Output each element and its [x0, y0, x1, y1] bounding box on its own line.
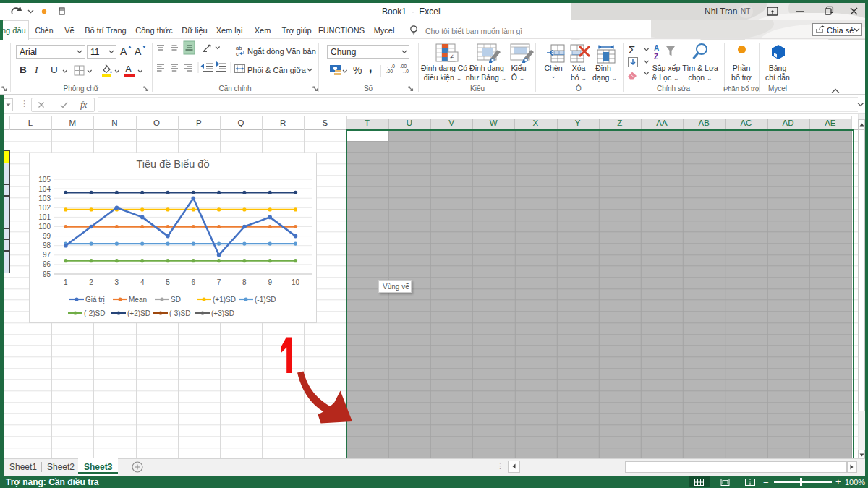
svg-text:97: 97 [43, 251, 51, 259]
svg-text:Mean: Mean [129, 296, 147, 304]
svg-text:100: 100 [38, 223, 51, 231]
svg-text:(-3)SD: (-3)SD [169, 309, 190, 317]
svg-text:Tiêu đề Biểu đồ: Tiêu đề Biểu đồ [136, 158, 209, 170]
svg-text:(+1)SD: (+1)SD [213, 296, 236, 304]
svg-text:99: 99 [43, 232, 51, 240]
svg-text:101: 101 [38, 213, 51, 221]
svg-text:(-2)SD: (-2)SD [84, 309, 105, 317]
svg-text:98: 98 [43, 241, 51, 249]
svg-text:103: 103 [38, 194, 51, 202]
svg-text:SD: SD [171, 296, 181, 304]
svg-text:7: 7 [217, 278, 221, 286]
svg-text:(+3)SD: (+3)SD [211, 309, 234, 317]
svg-text:10: 10 [292, 278, 300, 286]
svg-text:4: 4 [140, 278, 145, 286]
svg-text:6: 6 [192, 278, 196, 286]
svg-text:95: 95 [43, 270, 51, 278]
svg-text:102: 102 [38, 204, 51, 212]
svg-text:(+2)SD: (+2)SD [127, 309, 150, 317]
svg-text:(-1)SD: (-1)SD [255, 296, 276, 304]
svg-text:3: 3 [115, 278, 119, 286]
svg-text:Giá trị: Giá trị [85, 296, 105, 304]
svg-text:96: 96 [43, 260, 51, 268]
svg-text:104: 104 [38, 185, 51, 193]
svg-text:5: 5 [166, 278, 170, 286]
svg-text:2: 2 [89, 278, 93, 286]
svg-text:1: 1 [64, 278, 68, 286]
svg-text:105: 105 [38, 176, 51, 184]
svg-text:8: 8 [242, 278, 247, 286]
svg-text:9: 9 [268, 278, 272, 286]
